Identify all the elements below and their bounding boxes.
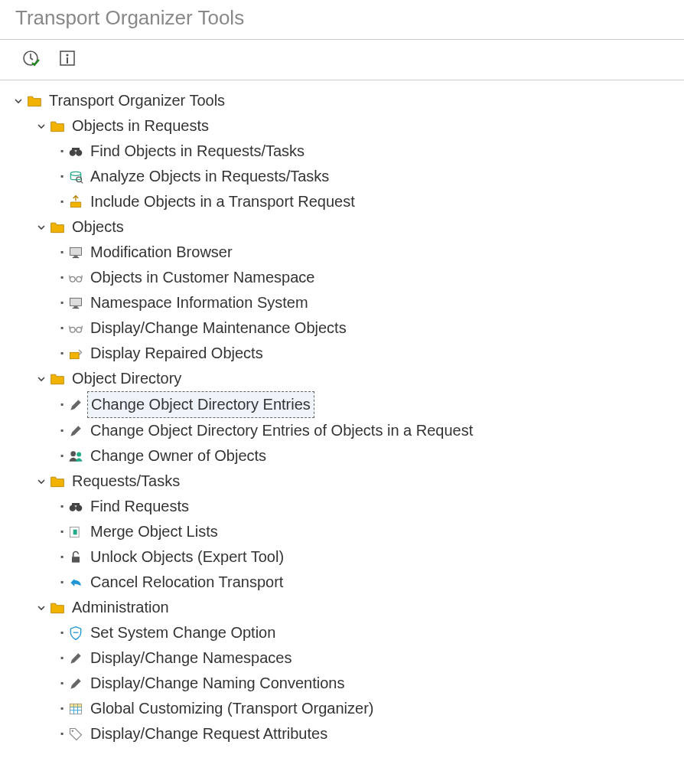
tree-item-label: Display Repaired Objects [87,341,266,366]
tree-item[interactable]: ▪ Global Customizing (Transport Organize… [58,696,676,721]
tree-item[interactable]: ▪ Display/Change Naming Conventions [58,671,676,696]
svg-point-2 [66,54,68,56]
chevron-down-icon[interactable] [35,477,47,486]
tree-item[interactable]: ▪ Namespace Information System [58,290,676,315]
glasses-icon [67,270,84,286]
svg-rect-14 [70,298,82,305]
tree-item[interactable]: ▪ Display Repaired Objects [58,341,676,366]
folder-icon [26,93,43,109]
bullet-icon: ▪ [58,265,66,290]
tree-group[interactable]: Objects [35,214,676,240]
bullet-icon: ▪ [58,671,66,696]
chevron-down-icon[interactable] [35,603,47,612]
bullet-icon: ▪ [58,240,66,265]
svg-point-18 [77,327,82,332]
tree-item-label: Change Owner of Objects [87,443,269,469]
monitor-icon [67,295,84,312]
analyze-icon [67,168,84,185]
tree-group-label: Administration [69,595,172,620]
tag-icon [67,726,84,743]
tree-group[interactable]: Requests/Tasks [35,469,676,494]
svg-point-30 [72,730,74,732]
tree-item[interactable]: ▪ Set System Change Option [58,620,676,645]
svg-point-17 [70,327,76,332]
tree-item-label: Find Requests [87,494,192,519]
tree-item[interactable]: ▪ Objects in Customer Namespace [58,265,676,290]
folder-icon [49,219,66,236]
table-icon [67,701,84,717]
tree-item[interactable]: ▪ Unlock Objects (Expert Tool) [58,544,676,570]
svg-rect-10 [74,256,78,257]
tree-item-label: Merge Object Lists [87,519,221,544]
tree-item-label: Change Object Directory Entries [87,391,314,418]
undo-icon [67,574,84,591]
bullet-icon: ▪ [58,341,66,366]
svg-rect-29 [70,704,82,707]
bullet-icon: ▪ [58,494,66,519]
tree: Transport Organizer Tools Objects in Req… [0,80,684,769]
svg-rect-19 [70,352,80,358]
bullet-icon: ▪ [58,139,66,164]
tree-item[interactable]: ▪ Modification Browser [58,240,676,265]
users-icon [67,448,84,465]
tree-item-label: Objects in Customer Namespace [87,265,318,290]
tree-item[interactable]: ▪ Display/Change Namespaces [58,645,676,671]
chevron-down-icon[interactable] [35,122,47,131]
tree-item[interactable]: ▪ Display/Change Request Attributes [58,721,676,746]
pencil-icon [67,675,84,692]
app-window: Transport Organizer Tools [0,0,684,769]
tree-item[interactable]: ▪ Analyze Objects in Requests/Tasks [58,164,676,189]
pencil-icon [67,650,84,667]
tree-item[interactable]: ▪ Find Objects in Requests/Tasks [58,139,676,164]
monitor-icon [67,244,84,261]
svg-rect-11 [73,256,79,257]
unlock-icon [67,549,84,566]
chevron-down-icon[interactable] [35,374,47,384]
binoculars-icon [67,498,84,515]
tree-group-label: Requests/Tasks [69,469,183,494]
svg-rect-27 [72,557,80,563]
folder-icon [49,371,66,387]
tree-item[interactable]: ▪ Change Object Directory Entries [58,391,676,418]
pencil-icon [67,397,84,413]
bullet-icon: ▪ [58,645,66,671]
toolbar [0,40,684,80]
tree-group[interactable]: Administration [35,595,676,620]
tree-group-label: Objects [69,214,127,240]
tree-group[interactable]: Objects in Requests [35,113,676,139]
svg-rect-3 [67,57,68,64]
chevron-down-icon[interactable] [35,223,47,232]
tree-item[interactable]: ▪ Cancel Relocation Transport [58,570,676,595]
folder-icon [49,118,66,135]
tree-item[interactable]: ▪ Include Objects in a Transport Request [58,189,676,214]
tree-item-label: Display/Change Maintenance Objects [87,315,350,341]
tree-item-label: Cancel Relocation Transport [87,570,286,595]
shield-icon [67,625,84,642]
tree-group-label: Object Directory [69,366,184,391]
svg-point-7 [70,172,80,175]
tree-item-label: Change Object Directory Entries of Objec… [87,418,476,443]
tree-item[interactable]: ▪ Change Object Directory Entries of Obj… [58,418,676,443]
tree-item-label: Display/Change Naming Conventions [87,671,347,696]
merge-icon [67,524,84,541]
chevron-down-icon[interactable] [12,96,24,106]
bullet-icon: ▪ [58,519,66,544]
tree-root[interactable]: Transport Organizer Tools [12,88,676,113]
title-bar: Transport Organizer Tools [0,0,684,40]
bullet-icon: ▪ [58,290,66,315]
tree-item-label: Find Objects in Requests/Tasks [87,139,308,164]
execute-button[interactable] [20,47,41,69]
svg-point-13 [77,276,82,282]
tree-group[interactable]: Object Directory [35,366,676,391]
glasses-icon [67,320,84,337]
tree-item[interactable]: ▪ Merge Object Lists [58,519,676,544]
box-arrow-icon [67,194,84,211]
tree-item[interactable]: ▪ Display/Change Maintenance Objects [58,315,676,341]
folder-icon [49,599,66,616]
tree-item[interactable]: ▪ Change Owner of Objects [58,443,676,469]
svg-point-21 [77,452,81,456]
tree-item[interactable]: ▪ Find Requests [58,494,676,519]
svg-rect-24 [72,503,80,505]
info-button[interactable] [57,47,78,69]
svg-point-4 [70,149,76,155]
